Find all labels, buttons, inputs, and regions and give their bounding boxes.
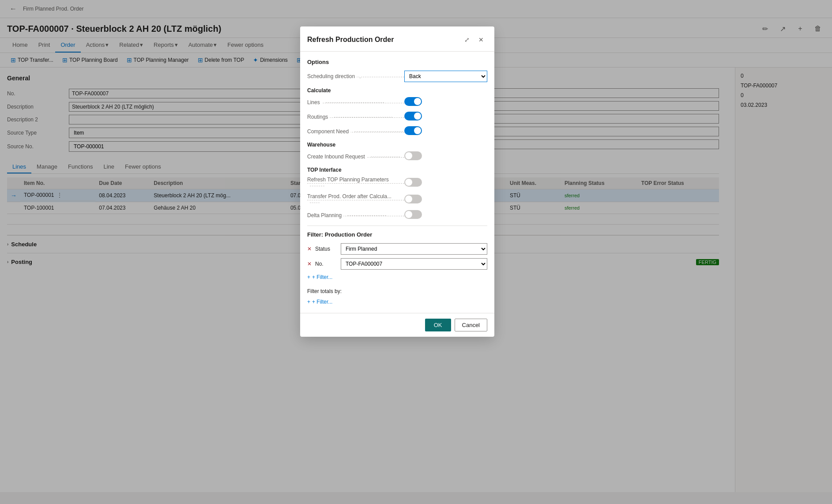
toggle-routings-row: Routings — [307, 112, 487, 122]
ok-button[interactable]: OK — [425, 319, 451, 331]
toggle-lines-label: Lines — [307, 99, 404, 105]
dialog-overlay: Refresh Production Order ⤢ ✕ Options Sch… — [0, 0, 832, 492]
add-totals-filter-icon: + — [307, 299, 310, 305]
top-interface-title: TOP Interface — [307, 167, 487, 173]
dialog-expand-button[interactable]: ⤢ — [461, 34, 473, 46]
toggle-delta-planning-row: Delta Planning — [307, 210, 487, 220]
filter-no-label: No. — [315, 261, 337, 267]
toggle-component-need-value — [404, 126, 487, 136]
add-totals-filter-button[interactable]: + + Filter... — [307, 298, 332, 306]
dialog-title: Refresh Production Order — [307, 36, 394, 44]
toggle-lines-value — [404, 97, 487, 107]
refresh-production-order-dialog: Refresh Production Order ⤢ ✕ Options Sch… — [300, 26, 494, 337]
delta-planning-toggle[interactable] — [404, 210, 422, 219]
toggle-delta-planning-value — [404, 210, 487, 220]
scheduling-direction-label: Scheduling direction — [307, 73, 404, 79]
filter-totals-label: Filter totals by: — [307, 288, 487, 294]
scheduling-direction-select[interactable]: Back Forward — [404, 71, 487, 82]
scheduling-direction-row: Scheduling direction Back Forward — [307, 71, 487, 82]
transfer-prod-toggle[interactable] — [404, 195, 422, 203]
toggle-create-inbound-label: Create Inbound Request — [307, 154, 404, 160]
add-filter-button[interactable]: + + Filter... — [307, 273, 332, 281]
toggle-routings-label: Routings — [307, 114, 404, 120]
routings-toggle[interactable] — [404, 112, 422, 120]
toggle-component-need-row: Component Need — [307, 126, 487, 136]
add-filter-icon: + — [307, 274, 310, 280]
toggle-delta-planning-label: Delta Planning — [307, 212, 404, 218]
dialog-header: Refresh Production Order ⤢ ✕ — [300, 26, 494, 52]
component-need-toggle[interactable] — [404, 126, 422, 135]
scheduling-direction-value: Back Forward — [404, 71, 487, 82]
dialog-body: Options Scheduling direction Back Forwar… — [300, 52, 494, 313]
toggle-transfer-prod-value — [404, 195, 487, 205]
filter-totals-section: Filter totals by: + + Filter... — [307, 288, 487, 306]
filter-no-remove[interactable]: ✕ — [307, 261, 312, 267]
warehouse-title: Warehouse — [307, 142, 487, 148]
dialog-header-buttons: ⤢ ✕ — [461, 34, 487, 46]
toggle-create-inbound-value — [404, 151, 487, 162]
toggle-lines-row: Lines — [307, 97, 487, 107]
filter-no-select[interactable]: TOP-FA000007 — [341, 258, 487, 270]
toggle-refresh-top-label: Refresh TOP Planning Parameters — [307, 177, 404, 189]
toggle-component-need-label: Component Need — [307, 128, 404, 135]
filter-status-select[interactable]: Firm Planned — [341, 243, 487, 255]
filter-status-label: Status — [315, 246, 337, 252]
filter-no-row: ✕ No. TOP-FA000007 — [307, 258, 487, 270]
filter-status-remove[interactable]: ✕ — [307, 246, 312, 252]
dialog-footer: OK Cancel — [300, 313, 494, 337]
filter-section-title: Filter: Production Order — [307, 231, 487, 238]
toggle-routings-value — [404, 112, 487, 122]
refresh-top-toggle[interactable] — [404, 178, 422, 187]
toggle-transfer-prod-label: Transfer Prod. Order after Calcula... — [307, 193, 404, 206]
filter-status-row: ✕ Status Firm Planned — [307, 243, 487, 255]
dialog-close-button[interactable]: ✕ — [475, 34, 487, 46]
toggle-transfer-prod-row: Transfer Prod. Order after Calcula... — [307, 193, 487, 206]
dialog-divider — [307, 226, 487, 226]
toggle-create-inbound-row: Create Inbound Request — [307, 151, 487, 162]
toggle-refresh-top-row: Refresh TOP Planning Parameters — [307, 177, 487, 189]
toggle-refresh-top-value — [404, 178, 487, 188]
calculate-title: Calculate — [307, 87, 487, 94]
cancel-button[interactable]: Cancel — [455, 319, 487, 331]
options-section-title: Options — [307, 59, 487, 65]
create-inbound-toggle[interactable] — [404, 151, 422, 160]
lines-toggle[interactable] — [404, 97, 422, 106]
